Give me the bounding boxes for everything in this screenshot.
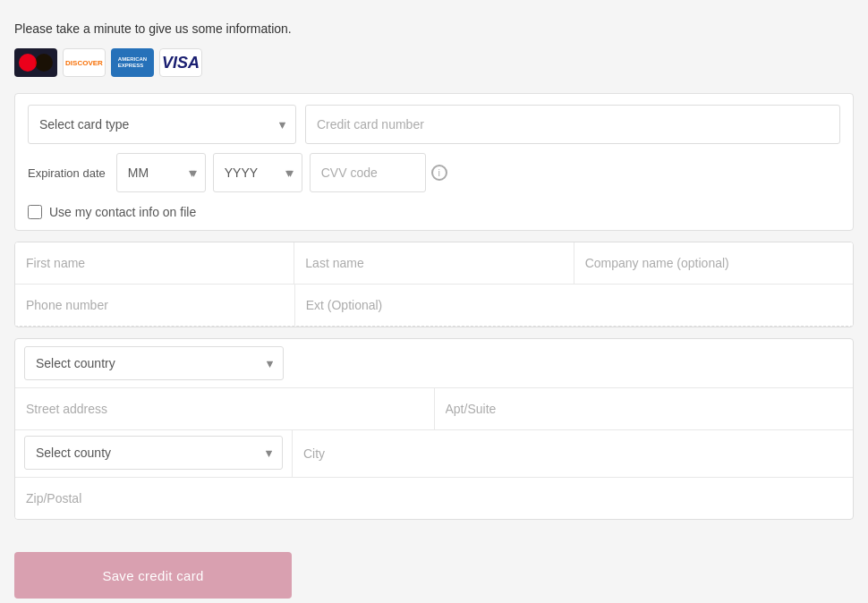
ext-input[interactable] bbox=[295, 285, 574, 326]
expiry-row: Expiration date MM 01020304 05060708 091… bbox=[28, 153, 840, 192]
expiry-month-select[interactable]: MM 01020304 05060708 09101112 bbox=[116, 153, 206, 192]
cvv-input[interactable] bbox=[310, 153, 426, 192]
country-select[interactable]: Select country United States Canada Unit… bbox=[24, 346, 284, 380]
city-wrapper bbox=[293, 430, 853, 477]
save-button[interactable]: Save credit card bbox=[14, 552, 292, 599]
last-name-input[interactable] bbox=[294, 242, 573, 284]
visa-logo: VISA bbox=[159, 48, 202, 77]
name-row bbox=[15, 242, 853, 285]
phone-spacer bbox=[574, 285, 853, 326]
city-input[interactable] bbox=[293, 430, 853, 477]
first-name-wrapper bbox=[15, 242, 294, 284]
card-number-wrapper bbox=[305, 105, 840, 144]
expiry-label: Expiration date bbox=[28, 166, 106, 180]
phone-row bbox=[15, 285, 853, 327]
amex-logo: AMERICANEXPRESS bbox=[111, 48, 154, 77]
main-container: Please take a minute to give us some inf… bbox=[0, 0, 868, 603]
apt-wrapper bbox=[435, 388, 854, 429]
checkbox-row: Use my contact info on file bbox=[28, 205, 840, 219]
company-name-wrapper bbox=[574, 242, 853, 284]
card-number-input[interactable] bbox=[305, 105, 840, 144]
expiry-year-select[interactable]: YYYY 2024202520262027 202820292030 bbox=[213, 153, 302, 192]
county-select[interactable]: Select county bbox=[24, 436, 283, 470]
contact-info-checkbox[interactable] bbox=[28, 205, 42, 219]
card-info-section: Select card type Visa Mastercard Discove… bbox=[14, 93, 854, 231]
phone-input[interactable] bbox=[15, 285, 294, 326]
card-type-select[interactable]: Select card type Visa Mastercard Discove… bbox=[28, 105, 296, 144]
county-city-row: Select county ▾ bbox=[15, 430, 853, 478]
street-wrapper bbox=[15, 388, 435, 429]
first-name-input[interactable] bbox=[15, 242, 294, 284]
discover-logo: DISCOVER bbox=[63, 48, 106, 77]
street-row bbox=[15, 388, 853, 430]
county-wrapper: Select county ▾ bbox=[15, 430, 293, 477]
zip-row bbox=[15, 478, 853, 519]
zip-input[interactable] bbox=[15, 478, 293, 519]
contact-section bbox=[14, 242, 854, 327]
phone-wrapper bbox=[15, 285, 295, 326]
street-input[interactable] bbox=[15, 388, 434, 429]
expiry-year-wrapper: YYYY 2024202520262027 202820292030 ▾ bbox=[213, 153, 302, 192]
address-section: Select country United States Canada Unit… bbox=[14, 338, 854, 520]
card-type-wrapper: Select card type Visa Mastercard Discove… bbox=[28, 105, 296, 144]
card-logos: DISCOVER AMERICANEXPRESS VISA bbox=[14, 48, 854, 77]
last-name-wrapper bbox=[294, 242, 574, 284]
card-type-number-row: Select card type Visa Mastercard Discove… bbox=[28, 105, 840, 144]
expiry-month-wrapper: MM 01020304 05060708 09101112 ▾ bbox=[116, 153, 206, 192]
intro-text: Please take a minute to give us some inf… bbox=[14, 21, 854, 36]
cvv-wrapper: i bbox=[310, 153, 426, 192]
mastercard-logo bbox=[14, 48, 57, 77]
country-select-wrapper: Select country United States Canada Unit… bbox=[24, 346, 284, 380]
ext-wrapper bbox=[295, 285, 574, 326]
apt-input[interactable] bbox=[435, 388, 854, 429]
cvv-info-icon[interactable]: i bbox=[431, 165, 447, 181]
checkbox-label: Use my contact info on file bbox=[49, 205, 196, 219]
company-name-input[interactable] bbox=[574, 242, 853, 284]
county-select-wrapper: Select county ▾ bbox=[24, 436, 283, 470]
country-row: Select country United States Canada Unit… bbox=[15, 339, 853, 388]
